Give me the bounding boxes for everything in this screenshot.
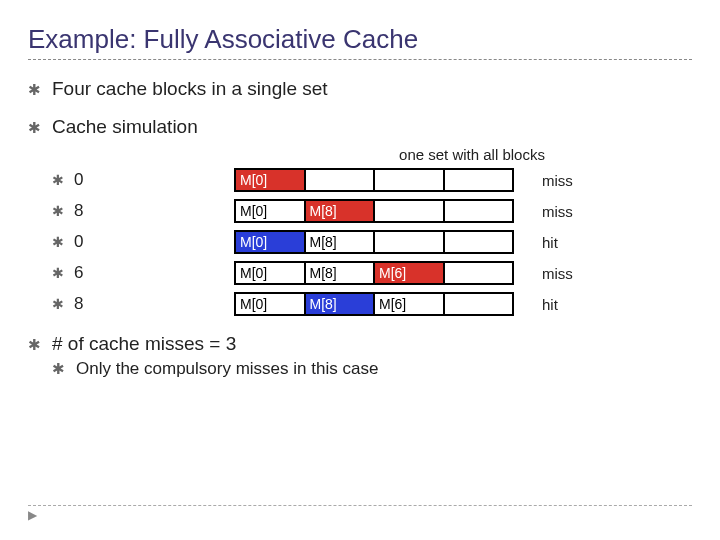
- cache-block: [445, 294, 513, 314]
- access-address: 8: [74, 294, 234, 314]
- cache-block: [306, 170, 376, 190]
- footer-marker-icon: ▶: [28, 508, 37, 522]
- bullet-misses: ✱ # of cache misses = 3: [28, 333, 692, 355]
- cache-block: M[8]: [306, 232, 376, 252]
- sub-bullet-text: Only the compulsory misses in this case: [76, 359, 378, 379]
- bullet-text: # of cache misses = 3: [52, 333, 236, 355]
- bullet-icon: ✱: [28, 336, 42, 354]
- sim-row: ✱0M[0]M[8]hit: [52, 229, 692, 255]
- cache-set: M[0]: [234, 168, 514, 192]
- sim-row: ✱6M[0]M[8]M[6]miss: [52, 260, 692, 286]
- access-address: 0: [74, 170, 234, 190]
- bullet-text: Cache simulation: [52, 116, 198, 138]
- result-label: miss: [542, 265, 592, 282]
- cache-set: M[0]M[8]M[6]: [234, 292, 514, 316]
- cache-block: [375, 201, 445, 221]
- cache-block: [445, 201, 513, 221]
- sim-row: ✱8M[0]M[8]miss: [52, 198, 692, 224]
- bullet-text: Four cache blocks in a single set: [52, 78, 328, 100]
- cache-set: M[0]M[8]M[6]: [234, 261, 514, 285]
- bullet-icon: ✱: [52, 360, 66, 378]
- cache-block: [445, 263, 513, 283]
- result-label: miss: [542, 203, 592, 220]
- result-label: hit: [542, 296, 592, 313]
- bullet-icon: ✱: [52, 172, 66, 188]
- cache-block: [445, 170, 513, 190]
- sim-row: ✱0M[0]miss: [52, 167, 692, 193]
- bullet-icon: ✱: [28, 81, 42, 99]
- cache-block: M[0]: [236, 201, 306, 221]
- cache-block: [445, 232, 513, 252]
- access-address: 6: [74, 263, 234, 283]
- title-underline: [28, 59, 692, 60]
- cache-block: M[6]: [375, 263, 445, 283]
- access-address: 0: [74, 232, 234, 252]
- bullet-icon: ✱: [28, 119, 42, 137]
- cache-set: M[0]M[8]: [234, 199, 514, 223]
- cache-block: M[8]: [306, 263, 376, 283]
- cache-block: M[0]: [236, 263, 306, 283]
- cache-block: M[6]: [375, 294, 445, 314]
- sim-row: ✱8M[0]M[8]M[6]hit: [52, 291, 692, 317]
- bullet-icon: ✱: [52, 265, 66, 281]
- sub-bullet-compulsory: ✱ Only the compulsory misses in this cas…: [52, 359, 692, 379]
- bullet-four-blocks: ✱ Four cache blocks in a single set: [28, 78, 692, 100]
- cache-block: [375, 170, 445, 190]
- slide-title: Example: Fully Associative Cache: [28, 24, 692, 55]
- bullet-icon: ✱: [52, 203, 66, 219]
- cache-block: M[0]: [236, 170, 306, 190]
- bullet-icon: ✱: [52, 296, 66, 312]
- access-address: 8: [74, 201, 234, 221]
- bullet-icon: ✱: [52, 234, 66, 250]
- simulation-block: one set with all blocks ✱0M[0]miss✱8M[0]…: [52, 146, 692, 317]
- bullet-cache-sim: ✱ Cache simulation: [28, 116, 692, 138]
- result-label: miss: [542, 172, 592, 189]
- footer-divider: [28, 505, 692, 506]
- cache-block: M[0]: [236, 232, 306, 252]
- set-caption: one set with all blocks: [252, 146, 692, 163]
- cache-set: M[0]M[8]: [234, 230, 514, 254]
- result-label: hit: [542, 234, 592, 251]
- cache-block: M[8]: [306, 201, 376, 221]
- cache-block: M[0]: [236, 294, 306, 314]
- cache-block: M[8]: [306, 294, 376, 314]
- cache-block: [375, 232, 445, 252]
